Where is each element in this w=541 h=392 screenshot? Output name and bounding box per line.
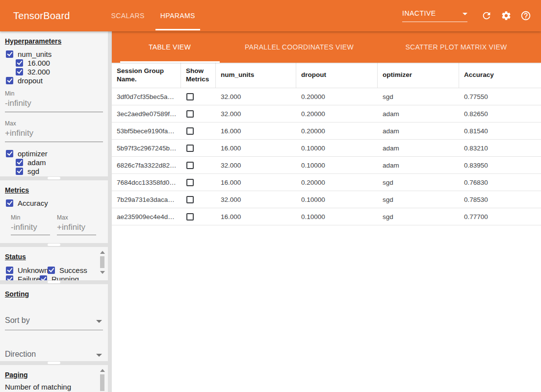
status-success[interactable]: Success	[48, 266, 87, 274]
table-row: 6826c7fa3322d82…32.0000.10000adam0.83950	[112, 157, 541, 174]
runs-status-selector[interactable]: INACTIVE	[402, 9, 467, 22]
hparam-dropout[interactable]: dropout	[6, 76, 108, 85]
hparam-optimizer-sgd[interactable]: sgd	[16, 167, 108, 175]
chevron-down-icon	[96, 354, 102, 357]
max-input[interactable]: +infinity	[5, 128, 103, 142]
column-header-accuracy[interactable]: Accuracy	[459, 63, 541, 88]
show-metrics-checkbox[interactable]	[186, 93, 194, 100]
optimizer-checkbox[interactable]	[6, 150, 13, 157]
accuracy-checkbox[interactable]	[6, 199, 13, 207]
num-units-value: 16.000	[216, 213, 296, 220]
settings-icon[interactable]	[501, 10, 512, 21]
tab-scatter-plot-matrix-view[interactable]: SCATTER PLOT MATRIX VIEW	[405, 31, 507, 63]
scrollbar-thumb[interactable]	[100, 374, 104, 391]
show-metrics-checkbox[interactable]	[186, 162, 194, 169]
num-units-value: 16.000	[216, 145, 296, 152]
hyperparameters-panel: Hyperparameters num_units 16.000 32.000 …	[0, 31, 108, 176]
help-icon[interactable]	[520, 10, 531, 21]
hparam-num-units-32[interactable]: 32.000	[16, 67, 108, 76]
adam-checkbox[interactable]	[16, 159, 23, 166]
failure-checkbox[interactable]	[6, 275, 13, 281]
scrollbar-down-icon[interactable]	[100, 271, 105, 274]
show-metrics-checkbox[interactable]	[186, 110, 194, 118]
min-input[interactable]: -infinity	[11, 222, 50, 235]
session-groups-table: Session Group Name. Show Metrics num_uni…	[112, 63, 541, 225]
status-unknown[interactable]: Unknown	[6, 266, 48, 274]
scrollbar-up-icon[interactable]	[100, 369, 105, 372]
column-header-optimizer[interactable]: optimizer	[378, 63, 459, 88]
chevron-down-icon	[96, 320, 102, 323]
section-resize-handle[interactable]	[48, 362, 60, 364]
session-group-name: 6826c7fa3322d82…	[112, 162, 181, 169]
column-header-dropout[interactable]: dropout	[296, 63, 378, 88]
show-metrics-checkbox[interactable]	[186, 213, 194, 220]
num-units-checkbox[interactable]	[6, 50, 13, 58]
optimizer-value: adam	[378, 162, 459, 169]
hparam-num-units[interactable]: num_units	[6, 49, 108, 58]
hparam-optimizer-adam[interactable]: adam	[16, 158, 108, 167]
hparam-optimizer[interactable]: optimizer	[6, 149, 108, 158]
paging-scrollbar[interactable]	[100, 369, 105, 392]
num-units-value: 32.000	[216, 162, 296, 169]
paging-heading: Paging	[5, 371, 103, 379]
num-units-value: 32.000	[216, 110, 296, 118]
min-input[interactable]: -infinity	[5, 98, 103, 112]
dropout-value: 0.10000	[296, 213, 378, 220]
num-units-value: 32.000	[216, 196, 296, 203]
scrollbar-thumb[interactable]	[100, 256, 104, 268]
status-row-2: Failure Running	[6, 274, 108, 280]
scrollbar-up-icon[interactable]	[100, 251, 105, 254]
session-group-name: 5b97f3c2967245b…	[112, 145, 181, 152]
hparam-num-units-16[interactable]: 16.000	[16, 58, 108, 67]
metrics-heading: Metrics	[5, 186, 103, 194]
num-units-32-checkbox[interactable]	[16, 68, 23, 75]
session-group-name: 53bf5bece9190fa…	[112, 127, 181, 135]
section-resize-handle[interactable]	[48, 177, 60, 179]
running-checkbox[interactable]	[40, 275, 47, 281]
section-resize-handle[interactable]	[48, 244, 60, 246]
show-metrics-checkbox[interactable]	[186, 127, 194, 135]
status-running[interactable]: Running	[40, 275, 79, 281]
table-row: 7b29a731e3daca…32.0000.10000sgd0.78530	[112, 191, 541, 208]
success-checkbox[interactable]	[48, 267, 55, 274]
sort-by-select[interactable]: Sort by	[5, 314, 103, 330]
tab-parallel-coordinates-view[interactable]: PARALLEL COORDINATES VIEW	[245, 31, 354, 63]
accuracy-value: 0.81540	[459, 127, 541, 135]
column-header-session-group-name[interactable]: Session Group Name.	[112, 63, 181, 88]
status-scrollbar[interactable]	[100, 251, 105, 279]
num-units-value: 16.000	[216, 179, 296, 186]
column-header-num-units[interactable]: num_units	[216, 63, 296, 88]
column-header-show-metrics[interactable]: Show Metrics	[181, 63, 216, 88]
refresh-icon[interactable]	[481, 10, 492, 21]
dropout-max-filter: Max +infinity	[5, 120, 103, 142]
unknown-checkbox[interactable]	[6, 267, 13, 274]
show-metrics-checkbox[interactable]	[186, 179, 194, 186]
metric-accuracy[interactable]: Accuracy	[6, 198, 108, 207]
num-units-16-checkbox[interactable]	[16, 59, 23, 67]
tab-scalars[interactable]: SCALARS	[103, 0, 153, 31]
max-input[interactable]: +infinity	[57, 222, 96, 235]
status-failure[interactable]: Failure	[6, 275, 40, 281]
runs-status-value: INACTIVE	[402, 9, 436, 17]
table-row: 7684dcc13358fd0…16.0000.20000sgd0.76830	[112, 174, 541, 191]
status-panel: Status Unknown Success Failure Running	[0, 247, 108, 280]
metrics-panel: Metrics Accuracy Min -infinity Max +infi…	[0, 180, 108, 243]
section-resize-handle[interactable]	[48, 281, 60, 283]
direction-select[interactable]: Direction	[5, 348, 103, 361]
accuracy-value: 0.82650	[459, 110, 541, 118]
sgd-checkbox[interactable]	[16, 168, 23, 175]
accuracy-value: 0.76830	[459, 179, 541, 186]
min-label: Min	[11, 214, 50, 221]
tab-table-view[interactable]: TABLE VIEW	[149, 31, 191, 63]
toolbar-actions: INACTIVE	[402, 0, 531, 31]
table-row: 53bf5bece9190fa…16.0000.20000adam0.81540	[112, 122, 541, 140]
show-metrics-checkbox[interactable]	[186, 145, 194, 152]
view-tabs-bar: TABLE VIEW PARALLEL COORDINATES VIEW SCA…	[112, 31, 541, 63]
matching-groups-summary: Number of matching session groups: 8	[5, 383, 93, 392]
status-row-1: Unknown Success	[6, 266, 108, 274]
table-row: ae235909ec4e4d…16.0000.10000sgd0.77700	[112, 208, 541, 225]
dropout-checkbox[interactable]	[6, 77, 13, 84]
table-row: 3df0d7cf35bec5a…32.0000.20000sgd0.77550	[112, 88, 541, 105]
show-metrics-checkbox[interactable]	[186, 196, 194, 203]
tab-hparams[interactable]: HPARAMS	[153, 0, 203, 31]
